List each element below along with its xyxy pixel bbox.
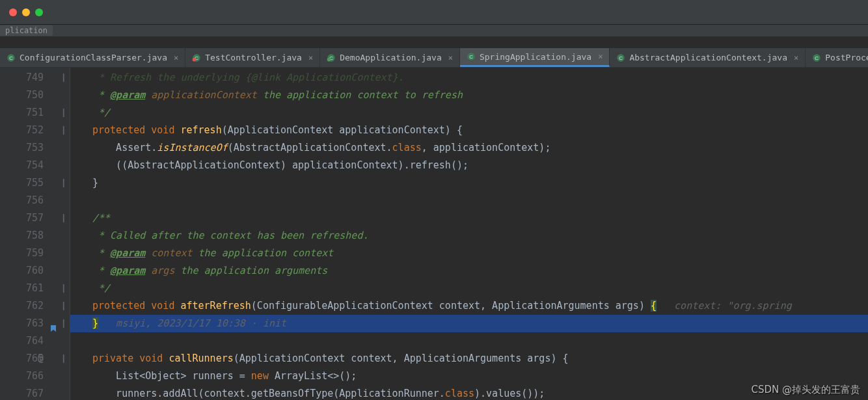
line-number[interactable]: 752┃ — [0, 122, 70, 139]
line-number[interactable]: 750 — [0, 87, 70, 104]
gutter: 749┃750751┃752┃753754755┃756757┃75875976… — [0, 68, 70, 400]
editor: 749┃750751┃752┃753754755┃756757┃75875976… — [0, 68, 868, 400]
tab-label: DemoApplication.java — [340, 53, 442, 62]
close-icon[interactable]: × — [598, 52, 603, 61]
tab-label: PostProcess — [825, 53, 868, 62]
line-number[interactable]: 762┃ — [0, 297, 70, 315]
line-number[interactable]: 753 — [0, 139, 70, 157]
window-close-icon[interactable] — [9, 8, 17, 16]
file-icon: C — [812, 53, 821, 62]
line-number[interactable]: 757┃ — [0, 209, 70, 227]
line-number[interactable]: 761┃ — [0, 280, 70, 297]
close-icon[interactable]: × — [174, 53, 178, 62]
tab-1[interactable]: CTestController.java× — [185, 48, 320, 67]
tab-label: TestController.java — [205, 53, 302, 62]
file-icon: C — [467, 52, 476, 61]
window-zoom-icon[interactable] — [35, 8, 43, 16]
breadcrumb[interactable]: plication — [0, 25, 53, 36]
file-icon: C — [7, 53, 16, 62]
line-number[interactable]: 755┃ — [0, 174, 70, 192]
line-number[interactable]: 766 — [0, 367, 70, 385]
tab-4[interactable]: CAbstractApplicationContext.java× — [610, 48, 806, 67]
spacer — [0, 36, 868, 48]
code-area[interactable]: * Refresh the underlying {@link Applicat… — [70, 68, 868, 400]
tab-label: AbstractApplicationContext.java — [629, 53, 787, 62]
line-number[interactable]: 765@┃ — [0, 350, 70, 367]
tab-label: SpringApplication.java — [480, 52, 591, 62]
line-number[interactable]: 764 — [0, 332, 70, 350]
tab-label: ConfigurationClassParser.java — [20, 53, 167, 62]
tab-5[interactable]: CPostProcess — [806, 48, 868, 67]
close-icon[interactable]: × — [308, 53, 313, 62]
close-icon[interactable]: × — [794, 53, 798, 62]
tab-3[interactable]: CSpringApplication.java× — [460, 48, 610, 67]
svg-text:C: C — [9, 55, 13, 61]
svg-point-7 — [327, 57, 331, 61]
line-number[interactable]: 756 — [0, 192, 70, 209]
line-number[interactable]: 749┃ — [0, 69, 70, 87]
titlebar — [0, 0, 868, 25]
window-minimize-icon[interactable] — [22, 8, 30, 16]
editor-tabs: CConfigurationClassParser.java×CTestCont… — [0, 48, 868, 68]
file-icon: C — [327, 53, 336, 62]
line-number[interactable]: 767 — [0, 385, 70, 400]
line-number[interactable]: 760 — [0, 262, 70, 280]
line-number[interactable]: 759 — [0, 245, 70, 262]
svg-text:C: C — [619, 55, 623, 61]
svg-text:C: C — [469, 54, 473, 60]
svg-point-4 — [193, 57, 197, 61]
line-number[interactable]: 758 — [0, 227, 70, 245]
line-number[interactable]: 763┃ — [0, 315, 70, 332]
bookmark-icon[interactable] — [50, 320, 57, 327]
breadcrumb-bar: plication — [0, 25, 868, 36]
line-number[interactable]: 754 — [0, 157, 70, 174]
close-icon[interactable]: × — [448, 53, 453, 62]
tab-2[interactable]: CDemoApplication.java× — [320, 48, 460, 67]
file-icon: C — [192, 53, 201, 62]
svg-text:C: C — [815, 55, 819, 61]
tab-0[interactable]: CConfigurationClassParser.java× — [0, 48, 185, 67]
line-number[interactable]: 751┃ — [0, 104, 70, 122]
file-icon: C — [616, 53, 625, 62]
